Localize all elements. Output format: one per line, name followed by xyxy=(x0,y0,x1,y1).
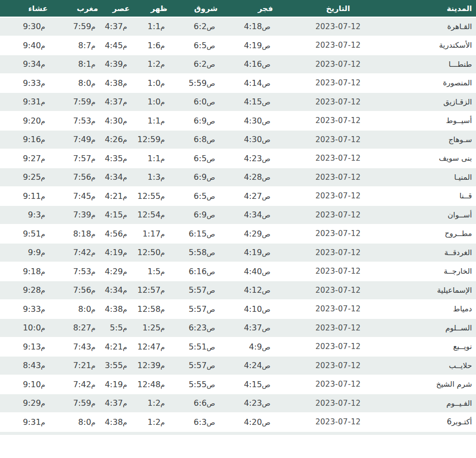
cell-date: 2023-07-12 xyxy=(279,394,397,413)
cell-isha: م9:13 xyxy=(0,337,54,357)
cell-asr: م4:29 xyxy=(104,262,136,281)
period-suffix: ص xyxy=(207,305,215,313)
period-suffix: ص xyxy=(207,268,215,276)
time-value: 1:2 xyxy=(148,417,161,427)
cell-asr: م4:37 xyxy=(104,17,136,36)
table-row: م9:51م8:18م4:56م1:17ص6:15ص4:292023-07-12… xyxy=(0,224,476,244)
cell-fajr: ص4:20 xyxy=(224,413,279,432)
cell-asr: م4:38 xyxy=(104,413,136,432)
time-value: 6:8 xyxy=(194,135,207,144)
time-value: 4:19 xyxy=(244,248,262,257)
period-suffix: ص xyxy=(262,42,270,50)
period-suffix: م xyxy=(91,286,96,294)
time-value: 4:19 xyxy=(105,380,123,389)
time-value: 4:39 xyxy=(105,59,123,69)
cell-shuruq: ص5:59 xyxy=(173,74,224,93)
cell-date: 2023-07-12 xyxy=(279,130,397,149)
column-header-date: التاريخ xyxy=(279,0,397,17)
time-value: 4:45 xyxy=(105,41,123,50)
column-header-city: المدينة xyxy=(397,0,476,17)
time-value: 9:16 xyxy=(23,135,41,144)
period-suffix: م xyxy=(91,343,96,351)
column-header-dhuhr: ظهر xyxy=(136,0,173,17)
time-value: 4:35 xyxy=(105,154,123,163)
period-suffix: ص xyxy=(262,155,270,163)
cell-asr: م4:26 xyxy=(104,130,136,149)
cell-shuruq: ص6:5 xyxy=(173,36,224,55)
period-suffix: ص xyxy=(262,286,270,294)
time-value: 1:1 xyxy=(148,154,161,163)
cell-dhuhr: م12:59 xyxy=(136,130,173,149)
period-suffix: م xyxy=(123,343,127,351)
cell-city: المنصورة xyxy=(397,74,476,93)
cell-maghrib: م7:43 xyxy=(54,337,104,357)
cell-fajr: ص4:16 xyxy=(224,55,279,74)
time-value: 6:15 xyxy=(188,229,207,239)
period-suffix: م xyxy=(123,324,127,332)
time-value: 7:59 xyxy=(73,22,91,31)
period-suffix: م xyxy=(41,305,45,313)
period-suffix: م xyxy=(91,117,96,125)
cell-maghrib: م7:57 xyxy=(54,149,104,168)
time-value: 4:34 xyxy=(244,210,262,219)
cell-asr: م4:56 xyxy=(104,224,136,244)
cell-date: 2023-07-12 xyxy=(279,318,397,337)
cell-dhuhr: م1:1 xyxy=(136,111,173,131)
cell-city: القـاهرة xyxy=(397,17,476,36)
time-value: 6:5 xyxy=(194,154,207,163)
cell-fajr: ص4:40 xyxy=(224,262,279,281)
time-value: 6:0 xyxy=(194,97,207,106)
cell-city: شرم الشيخ xyxy=(397,375,476,394)
time-value: 7:21 xyxy=(73,361,91,370)
cell-shuruq: ص6:6 xyxy=(173,394,224,413)
cell-shuruq: ص6:0 xyxy=(173,92,224,111)
table-row: م9:25م7:56م4:34م1:3ص6:9ص4:282023-07-12ال… xyxy=(0,168,476,187)
time-value: 6:9 xyxy=(194,210,207,219)
partial-row-cell xyxy=(0,431,476,435)
period-suffix: م xyxy=(91,155,96,163)
cell-city: بنى سويف xyxy=(397,149,476,168)
cell-date: 2023-07-12 xyxy=(279,55,397,74)
cell-maghrib: م7:56 xyxy=(54,281,104,300)
period-suffix: م xyxy=(160,381,165,389)
cell-date: 2023-07-12 xyxy=(279,149,397,168)
period-suffix: م xyxy=(160,268,165,276)
cell-city: أسيــوط xyxy=(397,111,476,131)
time-value: 4:21 xyxy=(105,342,123,352)
period-suffix: م xyxy=(160,155,165,163)
cell-asr: م4:19 xyxy=(104,375,136,394)
period-suffix: ص xyxy=(207,211,215,219)
time-value: 12:47 xyxy=(137,342,160,352)
period-suffix: م xyxy=(41,343,45,351)
period-suffix: م xyxy=(41,42,45,50)
period-suffix: م xyxy=(160,211,165,219)
period-suffix: م xyxy=(91,362,96,370)
time-value: 1:1 xyxy=(148,22,161,31)
time-value: 12:59 xyxy=(137,135,160,144)
time-value: 7:59 xyxy=(73,97,91,106)
period-suffix: م xyxy=(41,79,45,87)
time-value: 8:18 xyxy=(73,229,91,239)
time-value: 9:33 xyxy=(23,78,41,88)
cell-fajr: ص4:18 xyxy=(224,17,279,36)
cell-dhuhr: م12:54 xyxy=(136,205,173,224)
period-suffix: م xyxy=(123,98,127,106)
time-value: 6:2 xyxy=(194,59,207,69)
time-value: 1:5 xyxy=(148,267,161,276)
cell-city: أســوان xyxy=(397,205,476,224)
cell-asr: م4:19 xyxy=(104,243,136,262)
period-suffix: م xyxy=(160,42,165,50)
cell-fajr: ص4:29 xyxy=(224,224,279,244)
cell-isha: م9:25 xyxy=(0,168,54,187)
time-value: 1:2 xyxy=(148,59,161,69)
period-suffix: ص xyxy=(262,305,270,313)
time-value: 4:30 xyxy=(105,116,123,126)
cell-maghrib: م7:59 xyxy=(54,394,104,413)
period-suffix: م xyxy=(91,173,96,181)
table-row: م9:11م7:45م4:21م12:55ص6:5ص4:272023-07-12… xyxy=(0,187,476,206)
cell-shuruq: ص6:15 xyxy=(173,224,224,244)
table-row: م9:33م8:0م4:38م12:58ص5:57ص4:102023-07-12… xyxy=(0,300,476,319)
period-suffix: م xyxy=(160,249,165,257)
period-suffix: ص xyxy=(207,60,215,68)
table-row: م9:18م7:53م4:29م1:5ص6:16ص4:402023-07-12ا… xyxy=(0,262,476,281)
